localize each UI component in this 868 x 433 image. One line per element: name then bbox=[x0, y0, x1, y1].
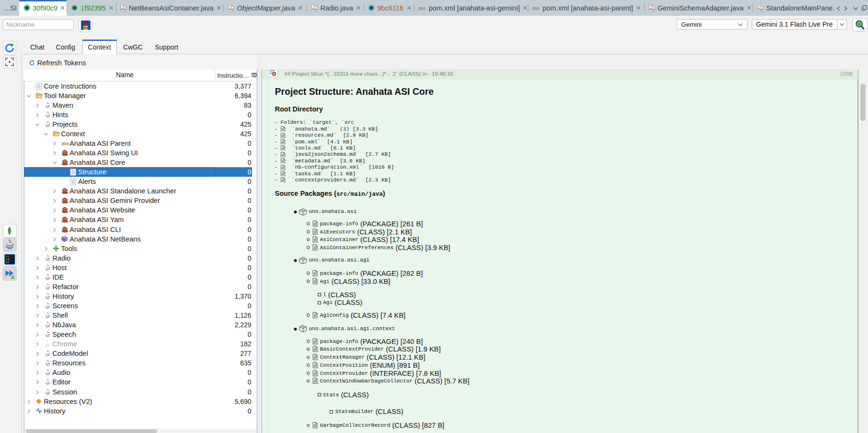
svg-text:a: a bbox=[537, 6, 540, 11]
svg-text:A: A bbox=[11, 274, 15, 279]
svg-text:5-0: 5-0 bbox=[84, 26, 89, 30]
svg-text:a: a bbox=[423, 6, 426, 11]
svg-text:a: a bbox=[66, 141, 69, 146]
svg-text:m: m bbox=[418, 5, 423, 11]
svg-text:m: m bbox=[532, 5, 537, 11]
svg-text:m: m bbox=[61, 140, 66, 146]
